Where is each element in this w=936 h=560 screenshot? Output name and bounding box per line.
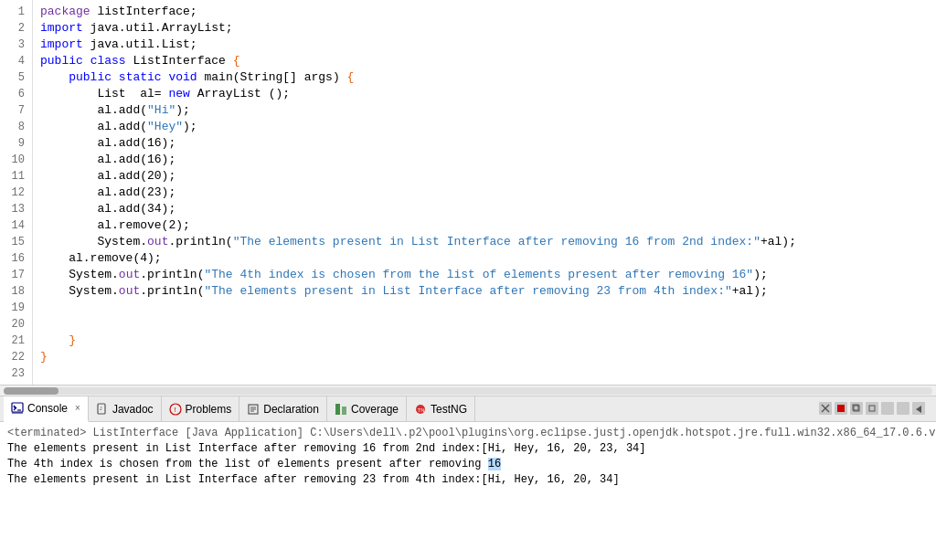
tab-problems[interactable]: !Problems xyxy=(162,396,240,422)
code-line: al.add(23); xyxy=(40,185,936,201)
svg-rect-25 xyxy=(866,402,878,415)
token-plain: .println( xyxy=(168,234,232,250)
token-kw: out xyxy=(119,283,140,300)
code-line: al.remove(2); xyxy=(40,217,936,234)
code-container: 1234567891011121314151617181920212223 pa… xyxy=(0,0,936,385)
console-terminated-line: <terminated> ListInterface [Java Applica… xyxy=(7,426,929,441)
token-kw: package xyxy=(40,4,90,20)
token-plain: al.remove(4); xyxy=(40,250,162,267)
svg-rect-28 xyxy=(897,402,909,415)
panel-tabs: Console×JJavadoc!ProblemsDeclarationCove… xyxy=(0,396,936,422)
coverage-icon xyxy=(335,403,347,416)
tab-declaration[interactable]: Declaration xyxy=(239,396,327,422)
token-plain: al.add(34); xyxy=(40,201,176,217)
tab-testng[interactable]: TNTestNG xyxy=(407,396,475,422)
svg-text:!: ! xyxy=(174,406,176,414)
code-line: import java.util.List; xyxy=(40,37,936,53)
highlight-16: 16 xyxy=(488,458,501,470)
svg-rect-27 xyxy=(881,402,894,415)
console-output-line-2: The elements present in List Interface a… xyxy=(7,472,929,488)
panel-toolbar xyxy=(819,400,932,418)
line-number: 12 xyxy=(4,185,25,201)
token-plain: .println( xyxy=(140,267,204,283)
token-plain: ArrayList (); xyxy=(190,86,290,102)
code-line: System.out.println("The 4th index is cho… xyxy=(40,267,936,283)
line-number: 23 xyxy=(4,365,25,382)
token-plain: +al); xyxy=(732,283,768,300)
horizontal-scrollbar[interactable] xyxy=(0,385,936,396)
token-str: "The elements present in List Interface … xyxy=(204,283,731,300)
token-kw2: void xyxy=(168,69,197,86)
toolbar-icons xyxy=(819,400,929,418)
line-number: 4 xyxy=(4,53,25,69)
code-line: } xyxy=(40,349,936,365)
console-output-line-1: The 4th index is chosen from the list of… xyxy=(7,457,929,472)
line-number: 13 xyxy=(4,201,25,217)
code-line: al.add("Hi"); xyxy=(40,102,936,119)
token-str: "The 4th index is chosen from the list o… xyxy=(204,267,753,283)
token-bracket-orange: } xyxy=(69,333,76,349)
code-content[interactable]: package listInterface;import java.util.A… xyxy=(33,0,936,385)
code-line: al.add(34); xyxy=(40,201,936,217)
line-number: 22 xyxy=(4,349,25,365)
code-line xyxy=(40,316,936,333)
line-number: 1 xyxy=(4,4,25,20)
token-kw2: new xyxy=(168,86,189,102)
bottom-panel: Console×JJavadoc!ProblemsDeclarationCove… xyxy=(0,396,936,560)
svg-rect-21 xyxy=(837,405,845,412)
code-line: public static void main(String[] args) { xyxy=(40,69,936,86)
token-plain: System. xyxy=(40,283,119,300)
tab-label-problems: Problems xyxy=(186,403,232,416)
editor-area: 1234567891011121314151617181920212223 pa… xyxy=(0,0,936,385)
token-str: "Hi" xyxy=(147,102,176,119)
token-plain xyxy=(40,333,69,349)
code-line: List al= new ArrayList (); xyxy=(40,86,936,102)
token-str: "Hey" xyxy=(147,119,183,135)
tab-label-console: Console xyxy=(27,402,68,415)
token-plain: listInterface; xyxy=(90,4,197,20)
tab-javadoc[interactable]: JJavadoc xyxy=(89,396,162,422)
token-plain: ); xyxy=(753,267,768,283)
token-plain: main(String[] args) xyxy=(197,69,347,86)
code-line: al.add(16); xyxy=(40,152,936,168)
line-number: 6 xyxy=(4,86,25,102)
code-line: import java.util.ArrayList; xyxy=(40,20,936,37)
token-plain xyxy=(40,69,69,86)
tab-label-coverage: Coverage xyxy=(351,403,399,416)
line-number: 2 xyxy=(4,20,25,37)
tab-label-declaration: Declaration xyxy=(263,403,319,416)
console-output: <terminated> ListInterface [Java Applica… xyxy=(0,422,936,560)
problems-icon: ! xyxy=(169,403,182,416)
line-number: 7 xyxy=(4,102,25,119)
code-line: public class ListInterface { xyxy=(40,53,936,69)
scrollbar-thumb[interactable] xyxy=(4,387,58,395)
tab-label-testng: TestNG xyxy=(431,403,467,416)
line-number: 20 xyxy=(4,316,25,333)
tab-coverage[interactable]: Coverage xyxy=(327,396,407,422)
token-kw2: static xyxy=(119,69,162,86)
line-number: 8 xyxy=(4,119,25,135)
line-number: 15 xyxy=(4,234,25,250)
token-plain: ListInterface xyxy=(126,53,233,69)
scrollbar-track[interactable] xyxy=(4,387,932,395)
token-plain: java.util.List; xyxy=(83,37,197,53)
declaration-icon xyxy=(247,403,260,416)
token-str: "The elements present in List Interface … xyxy=(233,234,760,250)
token-plain: al.add(20); xyxy=(40,168,176,185)
token-kw2: public xyxy=(40,53,83,69)
tab-label-javadoc: Javadoc xyxy=(112,403,154,416)
svg-rect-22 xyxy=(850,402,863,415)
line-number: 5 xyxy=(4,69,25,86)
tab-console[interactable]: Console× xyxy=(4,396,89,422)
code-line xyxy=(40,365,936,382)
tab-close-console[interactable]: × xyxy=(75,403,80,413)
line-number: 9 xyxy=(4,135,25,152)
token-plain: al.add(16); xyxy=(40,135,176,152)
token-plain xyxy=(83,53,90,69)
token-plain: ); xyxy=(176,102,190,119)
token-plain: ); xyxy=(183,119,197,135)
token-plain: al.remove(2); xyxy=(40,217,190,234)
code-line: package listInterface; xyxy=(40,4,936,20)
token-plain xyxy=(162,69,169,86)
token-plain: System. xyxy=(40,234,147,250)
